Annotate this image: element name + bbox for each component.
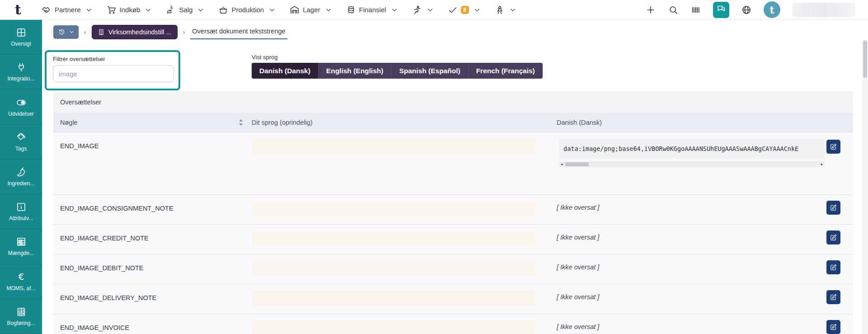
nav-menu-partnere[interactable]: Partnere xyxy=(36,2,98,18)
translation-key: END_IMAGE_DELIVERY_NOTE xyxy=(53,284,252,314)
translation-key: END_IMAGE_CONSIGNMENT_NOTE xyxy=(53,195,252,224)
untranslated-value: [ Ikke oversat ] xyxy=(557,263,599,271)
hand-dollar-icon: $ xyxy=(166,5,176,15)
translation-value: data:image/png;base64,iVBORw0KGgoAAAANSU… xyxy=(557,132,853,194)
edit-pencil-icon xyxy=(830,263,837,271)
topnav-menus: Partnere Indkøb $ Salg Produktion Lager … xyxy=(36,2,521,18)
table-row: END_IMAGE data:image/png;base64,iVBORw0K… xyxy=(53,132,853,194)
nav-menu-runner[interactable] xyxy=(407,2,439,18)
nav-menu-indk-b[interactable]: Indkøb xyxy=(101,2,157,18)
app-logo[interactable]: t xyxy=(0,1,36,19)
sidebar-item-bogf-ring-[interactable]: Bogføring... xyxy=(0,299,42,334)
table-row: END_IMAGE_CREDIT_NOTE [ Ikke oversat ] xyxy=(53,224,853,254)
add-plus-icon[interactable] xyxy=(645,5,656,15)
sidebar-item-oversigt[interactable]: Oversigt xyxy=(0,20,42,55)
filter-label: Filtrér oversættelser xyxy=(53,56,172,62)
top-navigation-bar: t Partnere Indkøb $ Salg Produktion Lage… xyxy=(0,0,868,20)
chevron-down-icon xyxy=(325,7,332,13)
history-icon xyxy=(58,28,66,36)
horizontal-scrollbar-thumb[interactable] xyxy=(565,162,589,166)
original-text-placeholder xyxy=(252,139,535,154)
edit-pencil-icon xyxy=(830,323,837,331)
breadcrumb-current-page[interactable]: Oversæt dokument tekststrenge xyxy=(190,25,287,39)
table-row: END_IMAGE_INVOICE [ Ikke oversat ] xyxy=(53,314,853,334)
translation-key: END_IMAGE_CREDIT_NOTE xyxy=(53,225,252,254)
sidebar-item-attributv-[interactable]: Attributv... xyxy=(0,194,42,229)
chevron-down-icon xyxy=(69,29,74,34)
sidebar-item-moms-af-[interactable]: € MOMS, af... xyxy=(0,264,42,299)
edit-pencil-icon xyxy=(830,293,837,301)
edit-translation-button[interactable] xyxy=(826,320,840,334)
edit-translation-button[interactable] xyxy=(826,260,840,274)
topbar-right-tools: t xyxy=(645,1,868,18)
sidebar-item-m-ngde-[interactable]: Mængde... xyxy=(0,229,42,264)
language-tab-danish-dansk-[interactable]: Danish (Dansk) xyxy=(252,63,319,79)
chevron-down-icon xyxy=(86,7,92,13)
column-header-danish[interactable]: Danish (Dansk) xyxy=(557,119,853,126)
language-tabs: Danish (Dansk) English (English) Spanish… xyxy=(252,63,543,79)
column-header-original[interactable]: Dit sprog (oprindelig) xyxy=(252,119,557,126)
shown-language-label: Vist sprog xyxy=(252,54,543,61)
original-text-placeholder xyxy=(252,231,535,246)
language-tab-english-english-[interactable]: English (English) xyxy=(319,63,392,79)
page-scrollbar-thumb[interactable] xyxy=(863,41,867,78)
table-row: END_IMAGE_CONSIGNMENT_NOTE [ Ikke oversa… xyxy=(53,194,853,224)
untranslated-value: [ Ikke oversat ] xyxy=(557,323,599,330)
table-header-row: Nøgle Dit sprog (oprindelig) Danish (Dan… xyxy=(53,113,853,132)
untranslated-value: [ Ikke oversat ] xyxy=(557,293,599,301)
edit-translation-button[interactable] xyxy=(826,201,840,215)
breadcrumb-company-settings[interactable]: Virksomhedsindstill ... xyxy=(92,25,178,39)
chevron-down-icon xyxy=(427,7,433,13)
globe-icon[interactable] xyxy=(741,5,752,15)
column-header-key[interactable]: Nøgle xyxy=(53,119,252,126)
edit-pencil-icon xyxy=(830,143,837,151)
cart-icon xyxy=(107,5,117,15)
edit-translation-button[interactable] xyxy=(826,140,840,154)
nav-menu-finansiel[interactable]: Finansiel xyxy=(341,2,403,18)
breadcrumb-separator: › xyxy=(84,28,86,36)
translation-key: END_IMAGE xyxy=(53,132,252,194)
tags-icon xyxy=(16,132,27,143)
pot-icon xyxy=(218,5,228,15)
filter-translations-input[interactable] xyxy=(53,65,174,82)
sidebar-item-tags[interactable]: Tags xyxy=(0,125,42,160)
breadcrumb-separator: › xyxy=(183,28,185,36)
plug-icon xyxy=(16,62,27,73)
grid-icon xyxy=(16,27,27,38)
scroll-right-icon[interactable]: ▸ xyxy=(819,161,825,167)
user-avatar[interactable]: t xyxy=(764,1,780,18)
table-body: END_IMAGE data:image/png;base64,iVBORw0K… xyxy=(53,132,853,334)
sort-icon[interactable] xyxy=(238,119,244,126)
check-icon xyxy=(448,5,458,15)
search-icon[interactable] xyxy=(668,5,679,15)
warehouse-icon xyxy=(290,5,300,15)
translation-value: [ Ikke oversat ] xyxy=(557,314,853,334)
history-button[interactable] xyxy=(53,25,79,39)
nav-menu-check[interactable]: 8 xyxy=(442,2,486,18)
chat-button[interactable] xyxy=(713,2,729,18)
edit-pencil-icon xyxy=(830,234,837,241)
sidebar-item-udvidelser[interactable]: Udvidelser xyxy=(0,89,42,124)
page-scrollbar[interactable] xyxy=(862,40,868,334)
info-square-icon xyxy=(16,202,27,212)
chevron-down-icon xyxy=(145,7,151,13)
nav-menu-rocket[interactable] xyxy=(489,2,521,18)
chat-bubbles-icon xyxy=(716,4,726,15)
horizontal-scrollbar[interactable]: ◂▸ xyxy=(559,161,825,167)
sidebar-item-integratio-[interactable]: Integratio... xyxy=(0,55,42,89)
nav-menu-produktion[interactable]: Produktion xyxy=(213,2,281,18)
sidebar-item-ingredien-[interactable]: Ingredien... xyxy=(0,160,42,194)
nav-menu-salg[interactable]: $ Salg xyxy=(160,2,209,18)
chevron-down-icon xyxy=(474,7,480,13)
language-tab-french-fran-ais-[interactable]: French (Français) xyxy=(469,63,543,79)
edit-translation-button[interactable] xyxy=(826,231,840,245)
runner-icon xyxy=(412,5,422,15)
language-tab-spanish-espa-ol-[interactable]: Spanish (Español) xyxy=(391,63,468,79)
edit-translation-button[interactable] xyxy=(826,290,840,304)
chili-icon xyxy=(16,167,27,178)
breadcrumb: › Virksomhedsindstill ... › Oversæt doku… xyxy=(42,20,868,44)
nav-menu-lager[interactable]: Lager xyxy=(284,2,337,18)
barcode-icon[interactable] xyxy=(690,5,701,15)
abacus-icon xyxy=(16,236,27,247)
scroll-left-icon[interactable]: ◂ xyxy=(559,161,564,167)
